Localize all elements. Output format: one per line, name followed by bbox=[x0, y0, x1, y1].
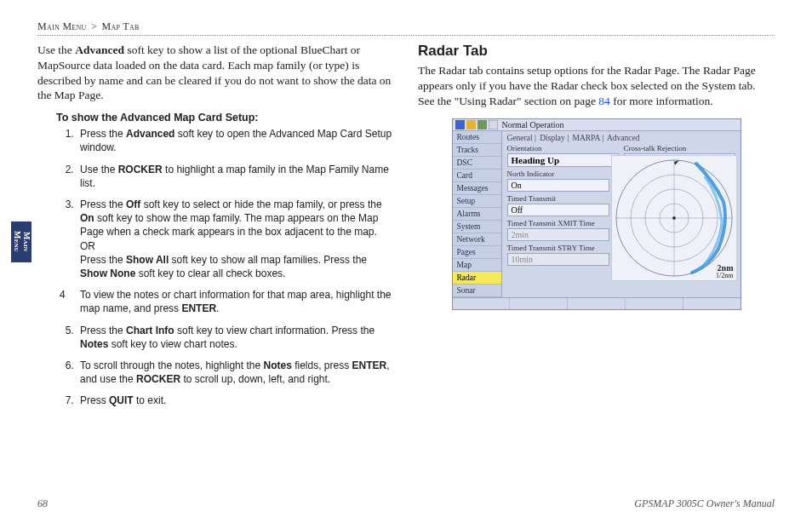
doc-title: GPSMAP 3005C Owner's Manual bbox=[634, 497, 775, 510]
fig-sidebar-item: Sonar bbox=[453, 285, 501, 297]
radar-display: 2nm 1/2nm bbox=[611, 155, 737, 281]
fig-subtab: Advanced bbox=[607, 134, 640, 142]
heading-radar-tab: Radar Tab bbox=[418, 43, 775, 60]
page-number: 68 bbox=[37, 497, 48, 510]
lbl-north: North Indicator bbox=[507, 169, 609, 179]
nav-icon bbox=[455, 120, 465, 129]
fig-sidebar-item: Messages bbox=[453, 182, 501, 195]
page: Main Menu > Map Tab Main Menu Use the Ad… bbox=[0, 0, 812, 529]
radar-range-sub: 1/2nm bbox=[716, 273, 733, 279]
fig-titlebar: Normal Operation bbox=[453, 119, 741, 131]
val-xmit: 2min bbox=[507, 228, 609, 241]
intro-advanced: Advanced bbox=[75, 43, 124, 56]
subhead-advanced-setup: To show the Advanced Map Card Setup: bbox=[56, 112, 394, 124]
fig-subtab: General | bbox=[507, 134, 536, 142]
intro-paragraph: Use the Advanced soft key to show a list… bbox=[37, 43, 394, 103]
svg-rect-2 bbox=[477, 120, 487, 129]
lbl-stby: Timed Transmit STBY Time bbox=[507, 243, 609, 253]
xref-page-84[interactable]: 84 bbox=[598, 95, 610, 107]
fig-sidebar-item: System bbox=[453, 221, 501, 233]
val-tt: Off bbox=[507, 204, 609, 216]
page-icon bbox=[489, 120, 498, 129]
side-tab-label: Main Menu bbox=[13, 221, 31, 262]
lbl-tt: Timed Transmit bbox=[507, 193, 609, 204]
step-4-num: 4 bbox=[60, 288, 80, 315]
svg-rect-3 bbox=[489, 120, 498, 129]
footer: 68 GPSMAP 3005C Owner's Manual bbox=[37, 497, 775, 510]
svg-rect-1 bbox=[466, 120, 476, 129]
side-tab-main-menu: Main Menu bbox=[11, 221, 31, 262]
fig-main: General | Display | MARPA | Advanced Ori… bbox=[502, 131, 741, 297]
radar-paragraph: The Radar tab contains setup options for… bbox=[418, 63, 775, 108]
fig-sidebar-item: Alarms bbox=[453, 208, 501, 221]
breadcrumb: Main Menu > Map Tab bbox=[37, 20, 775, 36]
fig-sidebar-item: DSC bbox=[453, 157, 501, 170]
step-7: Press QUIT to exit. bbox=[77, 394, 394, 407]
steps-list: Press the Advanced soft key to open the … bbox=[56, 127, 394, 280]
row-xmit: Timed Transmit XMIT Time 2min bbox=[502, 217, 615, 242]
fig-sidebar-item: Radar bbox=[453, 272, 501, 285]
lbl-orientation: Orientation bbox=[507, 143, 619, 153]
columns: Use the Advanced soft key to show a list… bbox=[37, 43, 775, 415]
col-left: Use the Advanced soft key to show a list… bbox=[37, 43, 394, 415]
radar-range: 2nm 1/2nm bbox=[716, 264, 733, 280]
breadcrumb-b: Map Tab bbox=[101, 20, 139, 32]
step-6: To scroll through the notes, highlight t… bbox=[77, 359, 394, 386]
svg-point-11 bbox=[672, 216, 676, 220]
fig-sidebar-item: Map bbox=[453, 259, 501, 272]
val-stby: 10min bbox=[507, 253, 609, 266]
svg-rect-0 bbox=[455, 120, 465, 129]
fig-subtab: MARPA | bbox=[572, 134, 603, 142]
fig-sidebar-item: Tracks bbox=[453, 144, 501, 157]
fig-sidebar: RoutesTracksDSCCardMessagesSetupAlarmsSy… bbox=[453, 131, 502, 297]
fig-sidebar-item: Setup bbox=[453, 195, 501, 208]
step-1: Press the Advanced soft key to open the … bbox=[77, 127, 394, 154]
row-north-indicator: North Indicator On bbox=[502, 168, 615, 193]
val-north: On bbox=[507, 179, 609, 192]
step-4: 4 To view the notes or chart information… bbox=[56, 288, 394, 315]
breadcrumb-a: Main Menu bbox=[37, 20, 87, 32]
step-5: Press the Chart Info soft key to view ch… bbox=[77, 324, 394, 351]
fig-softkey-bar bbox=[453, 297, 741, 309]
fig-sidebar-item: Network bbox=[453, 233, 501, 246]
row-stby: Timed Transmit STBY Time 10min bbox=[502, 242, 615, 267]
fig-body: RoutesTracksDSCCardMessagesSetupAlarmsSy… bbox=[453, 131, 741, 297]
fig-title-text: Normal Operation bbox=[502, 120, 564, 129]
radar-screenshot: Normal Operation RoutesTracksDSCCardMess… bbox=[452, 118, 741, 310]
card-icon bbox=[477, 120, 487, 129]
intro-pre: Use the bbox=[37, 43, 75, 56]
fig-sidebar-item: Card bbox=[453, 170, 501, 182]
fig-sidebar-item: Routes bbox=[453, 131, 501, 144]
step-4-body: To view the notes or chart information f… bbox=[80, 288, 394, 315]
row-timed-transmit: Timed Transmit Off bbox=[502, 193, 615, 217]
col-right: Radar Tab The Radar tab contains setup o… bbox=[418, 43, 775, 415]
fig-subtabs: General | Display | MARPA | Advanced bbox=[502, 131, 741, 142]
step-3: Press the Off soft key to select or hide… bbox=[77, 198, 394, 280]
steps-list-2: Press the Chart Info soft key to view ch… bbox=[56, 324, 394, 408]
breadcrumb-sep: > bbox=[91, 20, 97, 32]
fig-sidebar-item: Pages bbox=[453, 246, 501, 259]
sat-icon bbox=[466, 120, 476, 129]
val-orientation: Heading Up bbox=[507, 153, 619, 167]
step-2: Use the ROCKER to highlight a map family… bbox=[77, 163, 394, 190]
fig-subtab: Display | bbox=[540, 134, 569, 142]
lbl-crosstalk: Cross-talk Rejection bbox=[624, 143, 735, 153]
lbl-xmit: Timed Transmit XMIT Time bbox=[507, 218, 609, 228]
